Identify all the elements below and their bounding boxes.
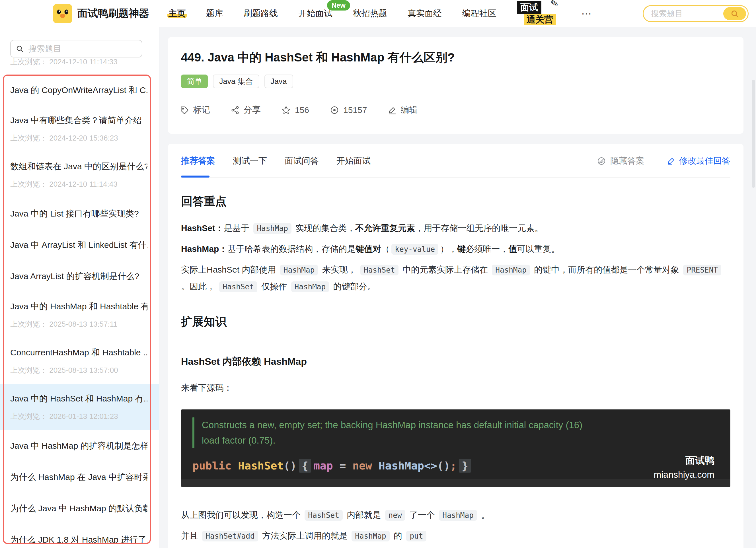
eye-off-icon xyxy=(597,156,606,166)
code-screenshot: Constructs a new, empty set; the backing… xyxy=(181,409,730,487)
difficulty-badge: 简单 xyxy=(181,75,208,88)
mark-button[interactable]: 标记 xyxy=(180,104,210,116)
nav-item-label: 编程社区 xyxy=(461,9,498,18)
tab-3[interactable]: 面试问答 xyxy=(285,155,319,167)
star-count: 156 xyxy=(295,105,309,115)
active-tab-indicator xyxy=(181,176,209,178)
last-viewed-timestamp: 上次浏览： 2024-12-10 11:14:43 xyxy=(10,179,147,189)
inline-code: HashSet#add xyxy=(202,531,258,541)
page-title: 449. Java 中的 HashSet 和 HashMap 有什么区别? xyxy=(181,50,743,65)
nav-item-label: 刷题路线 xyxy=(243,9,279,18)
views-count: 15157 xyxy=(343,105,367,115)
tags-row: 简单Java 集合Java xyxy=(181,75,743,88)
nav-item-7[interactable]: 编程社区 xyxy=(461,8,498,19)
nav-item-label: 秋招热题 xyxy=(352,9,388,18)
answer-content: 回答重点 HashSet：是基于 HashMap 实现的集合类，不允许重复元素，… xyxy=(181,194,730,548)
question-actions: 标记 分享 156 15 xyxy=(180,104,743,116)
nav-item-3[interactable]: 刷题路线 xyxy=(243,8,279,19)
question-item-title: 为什么 HashMap 在 Java 中扩容时采... xyxy=(10,471,147,483)
inline-code: HashSet xyxy=(219,281,257,292)
nav-item-2[interactable]: 题库 xyxy=(205,8,224,19)
sidebar-search-input[interactable] xyxy=(28,44,137,54)
watermark-domain: mianshiya.com xyxy=(654,469,714,480)
top-nav: 面试鸭刷题神器 主页题库刷题路线开始面试New秋招热题真实面经编程社区 面试 通… xyxy=(0,0,756,27)
quote-bar xyxy=(192,417,194,448)
scrollbar-thumb[interactable] xyxy=(752,80,755,188)
nav-menu: 主页题库刷题路线开始面试New秋招热题真实面经编程社区 xyxy=(167,8,498,19)
nav-search xyxy=(643,5,749,22)
tabs: 推荐答案测试一下面试问答开始面试 xyxy=(181,155,371,167)
inline-code: HashMap xyxy=(253,223,291,234)
answer-toolbar: 隐藏答案 修改最佳回答 xyxy=(597,155,730,167)
views-item[interactable]: 15157 xyxy=(330,105,367,115)
question-list-item[interactable]: 数组和链表在 Java 中的区别是什么?上次浏览： 2024-12-10 11:… xyxy=(0,152,159,198)
nav-item-1[interactable]: 主页 xyxy=(167,8,187,19)
question-item-title: Java 中有哪些集合类？请简单介绍 xyxy=(10,115,147,126)
share-icon xyxy=(231,106,240,115)
code-line: public HashSet(){map = new HashMap<>();} xyxy=(192,459,473,472)
nav-item-6[interactable]: 真实面经 xyxy=(406,8,443,19)
watermark-title: 面试鸭 xyxy=(654,454,714,467)
tabs-row: 推荐答案测试一下面试问答开始面试 隐藏答案 修改最佳回答 xyxy=(181,144,730,167)
question-list-item[interactable]: Java 中的 List 接口有哪些实现类? xyxy=(0,198,159,229)
code-comment: Constructs a new, empty set; the backing… xyxy=(192,417,582,448)
question-list-item[interactable]: Java 中 ArrayList 和 LinkedList 有什... xyxy=(0,229,159,261)
mark-label: 标记 xyxy=(193,104,210,116)
brand-title: 面试鸭刷题神器 xyxy=(77,7,149,20)
camp-badge-top: 面试 xyxy=(517,1,541,14)
hide-answer-button[interactable]: 隐藏答案 xyxy=(597,155,644,167)
last-viewed-timestamp: 上次浏览： 2025-08-13 13:57:00 xyxy=(10,365,147,375)
share-button[interactable]: 分享 xyxy=(231,104,261,116)
paragraph: 并且 HashSet#add 方法实际上调用的就是 HashMap 的 put xyxy=(181,528,730,544)
question-item-title: 为什么 Java 中 HashMap 的默认负载... xyxy=(10,503,147,514)
nav-item-label: 开始面试 xyxy=(297,9,334,18)
question-item-title: Java ArrayList 的扩容机制是什么? xyxy=(10,271,147,282)
edit-best-answer-link[interactable]: 修改最佳回答 xyxy=(667,155,730,167)
tab-1[interactable]: 推荐答案 xyxy=(181,155,215,167)
duck-logo-icon[interactable] xyxy=(53,4,72,23)
edit-pencil-icon xyxy=(667,157,676,166)
sidebar: 上次浏览： 2024-12-10 11:14:33 Java 的 CopyOnW… xyxy=(0,27,159,548)
question-list-item[interactable]: Java ArrayList 的扩容机制是什么? xyxy=(0,261,159,292)
inline-code: HashSet xyxy=(305,510,343,521)
new-badge: New xyxy=(327,0,350,11)
question-list-item[interactable]: Java 中的 HashMap 和 Hashtable 有...上次浏览： 20… xyxy=(0,292,159,338)
nav-search-input[interactable] xyxy=(650,9,723,19)
edit-label: 编辑 xyxy=(401,104,418,116)
star-button[interactable]: 156 xyxy=(281,105,309,115)
paragraph: 来看下源码： xyxy=(181,379,730,396)
nav-search-button[interactable] xyxy=(723,7,746,20)
question-list-item[interactable]: 为什么 HashMap 在 Java 中扩容时采... xyxy=(0,461,159,493)
edit-pencil-icon xyxy=(388,106,397,115)
question-item-title: Java 的 CopyOnWriteArrayList 和 C... xyxy=(10,85,147,96)
inline-code: put xyxy=(406,531,426,541)
nav-item-4[interactable]: 开始面试New xyxy=(297,8,334,19)
inline-code: HashMap xyxy=(439,510,477,521)
nav-item-label: 主页 xyxy=(167,9,187,18)
question-list-item[interactable]: Java 中的 HashSet 和 HashMap 有...上次浏览： 2026… xyxy=(0,384,159,430)
nav-more-button[interactable]: ⋯ xyxy=(581,8,592,20)
nav-item-label: 题库 xyxy=(205,9,224,18)
question-list-item[interactable]: 为什么 JDK 1.8 对 HashMap 进行了... xyxy=(0,524,159,548)
paragraph: 实际上HashSet 内部使用 HashMap 来实现， HashSet 中的元… xyxy=(181,262,730,295)
tab-4[interactable]: 开始面试 xyxy=(336,155,371,167)
nav-item-label: 真实面经 xyxy=(406,9,443,18)
camp-badge[interactable]: 面试 通关营 ✎ xyxy=(513,1,561,26)
tag-chip[interactable]: Java 集合 xyxy=(213,75,259,88)
edit-button[interactable]: 编辑 xyxy=(388,104,418,116)
question-list-item[interactable]: Java 中有哪些集合类？请简单介绍上次浏览： 2024-12-20 15:36… xyxy=(0,106,159,152)
question-list-item[interactable]: Java 中 HashMap 的扩容机制是怎样... xyxy=(0,430,159,461)
last-viewed-timestamp: 上次浏览： 2024-12-10 11:14:33 xyxy=(10,57,118,67)
question-list: Java 的 CopyOnWriteArrayList 和 C...Java 中… xyxy=(0,75,159,548)
question-list-item[interactable]: Java 的 CopyOnWriteArrayList 和 C... xyxy=(0,75,159,106)
nav-item-5[interactable]: 秋招热题 xyxy=(352,8,388,19)
pencil-doodle-icon: ✎ xyxy=(549,0,560,10)
question-list-item[interactable]: 为什么 Java 中 HashMap 的默认负载... xyxy=(0,493,159,524)
question-list-item[interactable]: ConcurrentHashMap 和 Hashtable ...上次浏览： 2… xyxy=(0,338,159,384)
inline-code: new xyxy=(385,510,405,521)
tab-2[interactable]: 测试一下 xyxy=(233,155,267,167)
tag-chip[interactable]: Java xyxy=(264,75,293,88)
question-item-title: Java 中 ArrayList 和 LinkedList 有什... xyxy=(10,239,147,251)
question-item-title: 为什么 JDK 1.8 对 HashMap 进行了... xyxy=(10,534,147,546)
last-viewed-timestamp: 上次浏览： 2025-08-13 13:57:11 xyxy=(10,319,147,329)
